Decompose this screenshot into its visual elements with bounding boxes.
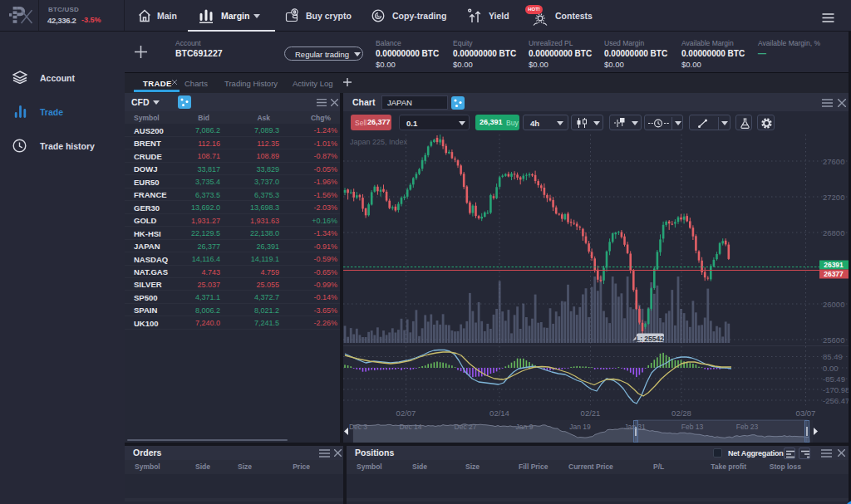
svg-text:Feb 13: Feb 13 (681, 423, 704, 431)
svg-text:Jan 19: Jan 19 (569, 423, 591, 431)
svg-text:0.00: 0.00 (823, 364, 839, 373)
svg-text:25600: 25600 (823, 335, 844, 345)
svg-text:27200: 27200 (823, 193, 844, 202)
svg-text:L: 25542: L: 25542 (636, 335, 664, 343)
svg-text:Dec 3: Dec 3 (349, 423, 367, 431)
svg-text:26800: 26800 (823, 228, 844, 237)
svg-text:Japan 225, Index: Japan 225, Index (350, 138, 408, 146)
svg-text:-170.98: -170.98 (823, 385, 849, 394)
svg-text:Dec 14: Dec 14 (400, 423, 422, 431)
svg-text:26391: 26391 (824, 261, 844, 269)
svg-text:02/28: 02/28 (671, 409, 691, 418)
svg-text:Jan 9: Jan 9 (516, 423, 534, 431)
svg-text:03/07: 03/07 (796, 409, 816, 418)
svg-text:26377: 26377 (824, 270, 844, 278)
svg-text:02/14: 02/14 (489, 409, 509, 418)
svg-text:-85.49: -85.49 (823, 374, 845, 384)
svg-text:Feb 23: Feb 23 (736, 423, 759, 431)
svg-text:27600: 27600 (823, 157, 844, 166)
svg-text:02/21: 02/21 (581, 409, 601, 418)
svg-text:85.49: 85.49 (823, 352, 843, 361)
svg-text:26000: 26000 (823, 300, 844, 309)
svg-text:-256.47: -256.47 (823, 396, 849, 405)
svg-text:02/07: 02/07 (396, 409, 416, 418)
svg-text:Dec 27: Dec 27 (455, 423, 477, 431)
svg-text:Jan 31: Jan 31 (624, 423, 646, 431)
